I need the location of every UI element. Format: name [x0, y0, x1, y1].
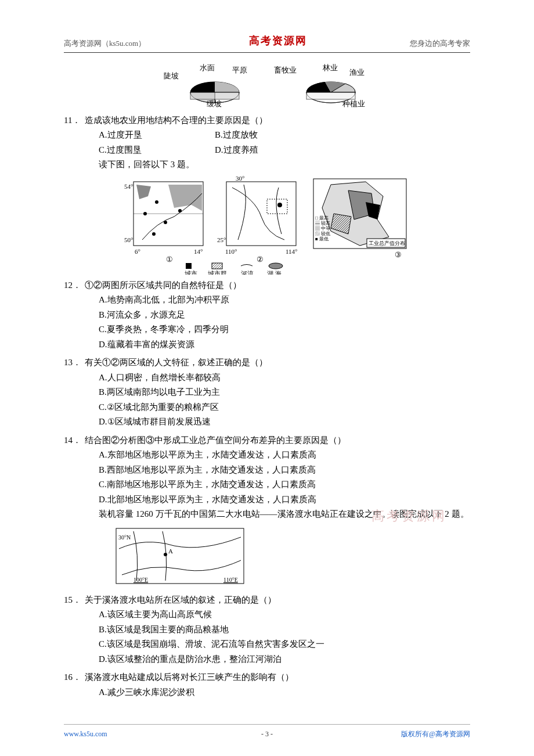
question-11: 11． 造成该地农业用地结构不合理的主要原因是（） A.过度开垦 B.过度放牧 … [64, 113, 470, 172]
question-15: 15． 关于溪洛渡水电站所在区域的叙述，正确的是（） A.该区域主要为高山高原气… [64, 593, 470, 667]
q11-opt-c: C.过度围垦 [99, 143, 215, 158]
q15-opt-d: D.该区域整治的重点是防治水患，整治江河湖泊 [99, 652, 470, 667]
pie2-label-l3: 渔业 [349, 68, 365, 77]
q14-num: 14． [64, 433, 85, 448]
map1-circ: ① [166, 255, 173, 264]
q14-text: 结合图②分析图③中形成工业总产值空间分布差异的主要原因是（） [85, 433, 346, 448]
svg-rect-3 [306, 92, 355, 99]
q11-text: 造成该地农业用地结构不合理的主要原因是（） [85, 113, 268, 128]
q11-opt-b: B.过度放牧 [215, 128, 331, 143]
q13-text: 有关①②两区域的人文特征，叙述正确的是（） [85, 355, 268, 370]
map2-circ: ② [257, 255, 264, 264]
svg-point-19 [164, 553, 167, 556]
svg-rect-10 [226, 182, 296, 246]
svg-rect-16 [212, 263, 222, 269]
pie-charts-svg: 陡坡 水面 平原 缓坡 畜牧业 林业 渔业 种植业 [145, 63, 389, 110]
q14-opt-b: B.西部地区地形以平原为主，水陆交通发达，人口素质高 [99, 463, 470, 478]
m3-leg4: ▨ 较低 [315, 231, 330, 236]
svg-point-6 [155, 200, 158, 204]
pie1-label-l2: 水面 [200, 63, 215, 72]
intro-12: 读下图，回答以下 3 题。 [64, 157, 470, 172]
q13-num: 13． [64, 355, 85, 370]
q11-num: 11． [64, 113, 85, 128]
figure-pie-charts: 陡坡 水面 平原 缓坡 畜牧业 林业 渔业 种植业 [64, 63, 470, 110]
q15-opt-a: A.该区域主要为高山高原气候 [99, 607, 470, 622]
m3-leg1: □ 最高 [315, 215, 329, 221]
figure-three-maps: 54° 50° 6° 14° ① 30° 25° 110° 114° [64, 176, 470, 275]
pie2-label-l1: 畜牧业 [274, 66, 297, 74]
map15-lat: 30°N [118, 534, 131, 541]
q16-text: 溪洛渡水电站建成以后将对长江三峡产生的影响有（） [85, 670, 294, 685]
pie1-label-l4: 缓坡 [207, 99, 222, 108]
q12-opt-d: D.蕴藏着丰富的煤炭资源 [99, 337, 470, 352]
q12-opt-c: C.夏季炎热，冬季寒冷，四季分明 [99, 322, 470, 337]
legend-lake: 湖,海 [267, 270, 282, 275]
legend-cluster: 城市群 [207, 270, 227, 275]
q13-opt-b: B.两区域南部均以电子工业为主 [99, 385, 470, 400]
question-14: 14． 结合图②分析图③中形成工业总产值空间分布差异的主要原因是（） A.东部地… [64, 433, 470, 522]
map15-lonL: 100°E [134, 577, 148, 583]
question-12: 12． ①②两图所示区域共同的自然特征是（） A.地势南高北低，北部为冲积平原 … [64, 278, 470, 352]
q11-opt-a: A.过度开垦 [99, 128, 215, 143]
footer-center: - 3 - [64, 728, 470, 740]
svg-rect-18 [116, 528, 244, 584]
page-header: 高考资源网（ks5u.com） 高考资源网 您身边的高考专家 [64, 32, 470, 53]
q16-opt-a: A.减少三峡水库泥沙淤积 [99, 685, 470, 700]
svg-point-5 [143, 212, 147, 215]
figure-map-15: A 30°N 100°E 110°E [64, 525, 470, 589]
q11-opt-d: D.过度养殖 [215, 143, 331, 158]
map1-bot: 50° [124, 236, 133, 243]
q15-opt-b: B.该区域是我国主要的商品粮基地 [99, 622, 470, 638]
q15-text: 关于溪洛渡水电站所在区域的叙述，正确的是（） [85, 593, 276, 608]
legend-city: 城市 [184, 270, 197, 275]
q12-num: 12． [64, 278, 85, 293]
svg-point-9 [152, 232, 156, 236]
q14-opt-c: C.南部地区地形以平原为主，水陆交通发达，人口素质高 [99, 477, 470, 492]
svg-point-17 [269, 263, 283, 269]
map15-marker: A [168, 548, 173, 555]
q15-num: 15． [64, 593, 85, 608]
q13-opt-c: C.②区域北部为重要的粮棉产区 [99, 400, 470, 415]
map2-top: 30° [236, 176, 244, 182]
m3-leg5: ■ 最低 [315, 236, 329, 242]
q14-opt-d: D.北部地区地形以平原为主，水陆交通发达，人口素质高 [99, 492, 470, 507]
m3-leg3: ▥ 中等 [315, 226, 330, 231]
q16-num: 16． [64, 670, 85, 685]
pie2-label-l2: 林业 [322, 63, 338, 72]
m3-leg2: ▤ 较高 [315, 221, 330, 226]
map2-left: 110° [225, 248, 237, 255]
header-right: 您身边的高考专家 [410, 37, 470, 50]
q12-opt-b: B.河流众多，水源充足 [99, 308, 470, 323]
q12-opt-a: A.地势南高北低，北部为冲积平原 [99, 293, 470, 308]
legend-river: 河流 [241, 270, 254, 275]
question-13: 13． 有关①②两区域的人文特征，叙述正确的是（） A.人口稠密，自然增长率都较… [64, 355, 470, 430]
q12-text: ①②两图所示区域共同的自然特征是（） [85, 278, 241, 293]
map1-top: 54° [124, 183, 133, 190]
page-footer: www.ks5u.com - 3 - 版权所有@高考资源网 [64, 724, 470, 740]
svg-rect-15 [186, 263, 192, 269]
map3-circ: ③ [395, 250, 402, 259]
pie2-label-l4: 种植业 [342, 99, 365, 108]
map2-right: 114° [286, 248, 298, 255]
three-maps-svg: 54° 50° 6° 14° ① 30° 25° 110° 114° [122, 176, 412, 275]
intro-15: 装机容量 1260 万千瓦的中国第二大水电站——溪洛渡水电站正在建设之中。读图完… [64, 507, 470, 522]
m3-title: 工业总产值分布 [369, 240, 405, 246]
content: 陡坡 水面 平原 缓坡 畜牧业 林业 渔业 种植业 [64, 63, 470, 700]
pie1-label-l1: 陡坡 [164, 71, 179, 80]
pie1-label-l3: 平原 [232, 66, 247, 74]
q13-opt-d: D.①区域城市群目前发展迅速 [99, 415, 470, 430]
map2-bot: 25° [217, 236, 226, 243]
svg-point-11 [277, 203, 282, 207]
map1-right: 14° [194, 248, 203, 255]
map1-left: 6° [135, 248, 140, 255]
q14-opt-a: A.东部地区地形以平原为主，水陆交通发达，人口素质高 [99, 448, 470, 463]
question-16: 16． 溪洛渡水电站建成以后将对长江三峡产生的影响有（） A.减少三峡水库泥沙淤… [64, 670, 470, 700]
q13-opt-a: A.人口稠密，自然增长率都较高 [99, 370, 470, 386]
map15-lonR: 110°E [223, 577, 238, 583]
header-left: 高考资源网（ks5u.com） [64, 37, 146, 50]
header-center: 高考资源网 [249, 32, 307, 50]
map15-svg: A 30°N 100°E 110°E [110, 525, 250, 589]
svg-rect-1 [190, 92, 239, 99]
q15-opt-c: C.该区域是我国崩塌、滑坡、泥石流等自然灾害多发区之一 [99, 637, 470, 652]
